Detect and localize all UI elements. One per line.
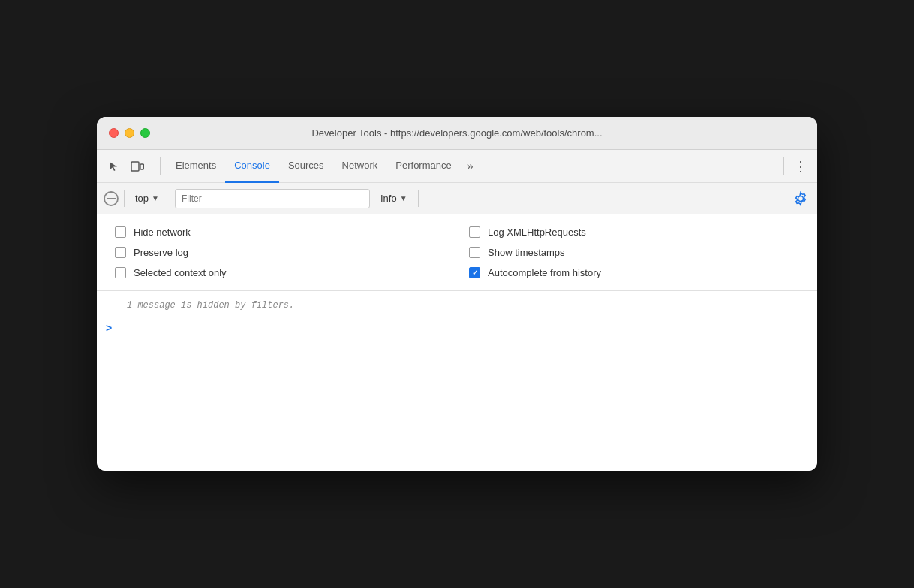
minimize-button[interactable] [125,128,134,138]
show-timestamps-label: Show timestamps [488,247,565,258]
option-row-selected-context: Selected context only [115,267,445,278]
close-button[interactable] [109,128,119,138]
option-row-hide-network: Hide network [115,226,445,238]
log-level-selector[interactable]: Info ▼ [374,190,413,206]
context-label: top [135,193,149,204]
option-row-autocomplete: Autocomplete from history [469,267,799,278]
autocomplete-history-label: Autocomplete from history [488,267,601,278]
log-xhr-label: Log XMLHttpRequests [488,226,586,238]
tab-sources[interactable]: Sources [279,150,333,183]
toolbar-divider [160,158,161,176]
no-entry-icon [104,191,119,206]
preserve-log-label: Preserve log [134,247,188,258]
console-toolbar-divider-3 [418,190,419,207]
console-content: 1 message is hidden by filters. > [97,291,817,471]
tab-network[interactable]: Network [333,150,387,183]
context-dropdown-arrow: ▼ [152,194,159,202]
tab-performance[interactable]: Performance [386,150,460,183]
clear-console-button[interactable] [103,190,119,207]
cursor-icon [107,160,119,172]
svg-rect-1 [140,164,144,170]
hide-network-checkbox[interactable] [115,226,126,238]
log-xhr-checkbox[interactable] [469,226,480,238]
options-right-column: Log XMLHttpRequests Show timestamps Auto… [469,226,799,278]
option-row-show-timestamps: Show timestamps [469,247,799,258]
tab-bar: Elements Console Sources Network Perform… [167,150,777,183]
devtools-menu-button[interactable]: ⋮ [790,156,811,177]
options-panel: Hide network Preserve log Selected conte… [97,214,817,291]
svg-rect-0 [131,162,139,171]
preserve-log-checkbox[interactable] [115,247,126,258]
console-settings-button[interactable] [790,188,811,209]
prompt-arrow: > [106,322,112,334]
console-toolbar: top ▼ Info ▼ [97,183,817,214]
gear-icon [793,191,808,206]
option-row-log-xhr: Log XMLHttpRequests [469,226,799,238]
toolbar-divider-right [783,158,784,176]
console-prompt-input[interactable] [115,322,808,334]
device-icon [131,160,144,173]
level-label: Info [380,193,397,204]
options-left-column: Hide network Preserve log Selected conte… [115,226,445,278]
tab-console[interactable]: Console [225,150,279,183]
console-toolbar-divider [124,190,125,207]
tab-elements[interactable]: Elements [167,150,225,183]
traffic-lights [109,128,150,138]
selected-context-checkbox[interactable] [115,267,126,278]
maximize-button[interactable] [140,128,150,138]
selected-context-label: Selected context only [134,267,227,278]
window-title: Developer Tools - https://developers.goo… [311,128,602,139]
option-row-preserve-log: Preserve log [115,247,445,258]
show-timestamps-checkbox[interactable] [469,247,480,258]
autocomplete-history-checkbox[interactable] [469,267,480,278]
level-dropdown-arrow: ▼ [400,194,407,202]
hidden-message: 1 message is hidden by filters. [97,294,817,317]
device-toggle-button[interactable] [127,156,148,177]
hide-network-label: Hide network [134,226,191,238]
console-prompt-row[interactable]: > [97,317,817,338]
console-toolbar-divider-2 [170,190,170,207]
main-toolbar: Elements Console Sources Network Perform… [97,150,817,183]
toolbar-icons [103,156,148,177]
filter-input[interactable] [175,189,370,208]
devtools-window: Developer Tools - https://developers.goo… [97,117,817,471]
context-selector[interactable]: top ▼ [129,190,165,206]
title-bar: Developer Tools - https://developers.goo… [97,117,817,150]
cursor-tool-button[interactable] [103,156,124,177]
more-tabs-button[interactable]: » [461,150,480,183]
